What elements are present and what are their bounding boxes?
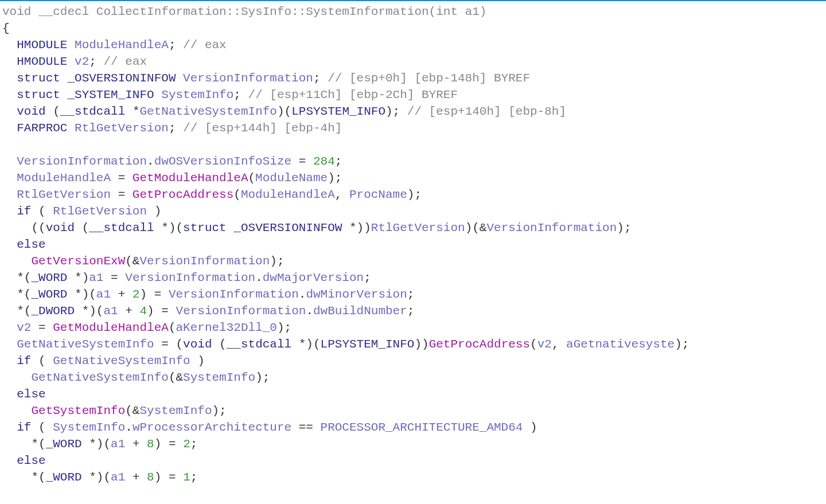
sig-arg-type: int <box>436 5 458 18</box>
t-hmodule2: HMODULE <box>17 55 67 68</box>
vi1: VersionInformation <box>17 155 147 168</box>
kw-void2: void <box>46 221 75 235</box>
kw-stdcall2: __stdcall <box>89 221 154 235</box>
m-dwosvis: dwOSVersionInfoSize <box>154 155 291 168</box>
a1-3: a1 <box>103 304 118 318</box>
rgv-assign: RtlGetVersion <box>17 188 111 201</box>
sig-cc: __cdecl <box>38 5 89 18</box>
t-word1: _WORD <box>31 271 67 284</box>
kw-if1: if <box>17 205 31 218</box>
decompiled-code-view[interactable]: void __cdecl CollectInformation::SysInfo… <box>0 1 826 486</box>
ref-vi2: VersionInformation <box>139 255 270 268</box>
a1-5: a1 <box>111 471 125 484</box>
kw-stdcall3: __stdcall <box>227 338 291 351</box>
cmt-mh: // eax <box>183 38 227 52</box>
kw-else1: else <box>17 238 45 251</box>
sig-fn: SystemInformation <box>306 5 428 18</box>
cond-gnsi: GetNativeSystemInfo <box>53 354 190 368</box>
vi-bld: VersionInformation <box>176 304 306 318</box>
np2: 2 <box>133 288 140 301</box>
kw-if3: if <box>17 421 31 434</box>
fn-gvew: GetVersionExW <box>31 255 125 268</box>
ref-si: SystemInfo <box>183 371 255 384</box>
a1-4: a1 <box>111 437 125 451</box>
t-hmodule: HMODULE <box>17 38 67 52</box>
cond-rgv: RtlGetVersion <box>53 205 147 218</box>
np8a: 8 <box>147 437 154 451</box>
cmt-rgv: // [esp+144h] [ebp-4h] <box>183 122 342 135</box>
gnsi-assign: GetNativeSystemInfo <box>17 338 154 351</box>
m-dwmin: dwMinorVersion <box>306 288 407 301</box>
t-osv: _OSVERSIONINFOW <box>67 72 176 85</box>
a-procname: ProcName <box>349 188 407 201</box>
nlit2: 2 <box>183 437 190 451</box>
fn-gmha: GetModuleHandleA <box>133 171 248 185</box>
fn-gpa: GetProcAddress <box>133 188 233 201</box>
m-wpa: wProcessorArchitecture <box>133 421 291 434</box>
call-gnsi: GetNativeSystemInfo <box>31 371 168 384</box>
v-modulehandlea: ModuleHandleA <box>75 38 169 52</box>
m-dwbld: dwBuildNumber <box>313 304 407 318</box>
call-rgv: RtlGetVersion <box>371 221 465 235</box>
cmt-si: // [esp+11Ch] [ebp-2Ch] BYREF <box>248 88 458 101</box>
t-lpsi: LPSYSTEM_INFO <box>291 105 385 118</box>
a1-2: a1 <box>96 288 111 301</box>
fn-gmha2: GetModuleHandleA <box>53 321 169 334</box>
v-versioninfo: VersionInformation <box>183 72 313 85</box>
kw-stdcall: __stdcall <box>60 105 125 118</box>
a-agns: aGetnativesyste <box>566 338 675 351</box>
a-modname: ModuleName <box>255 171 328 185</box>
np4: 4 <box>140 304 147 318</box>
a-v2: v2 <box>537 338 552 351</box>
t-lpsi2: LPSYSTEM_INFO <box>321 338 415 351</box>
t-dword: _DWORD <box>31 304 75 318</box>
t-word2: _WORD <box>31 288 67 301</box>
v-systeminfo: SystemInfo <box>161 88 233 101</box>
kw-void3: void <box>183 338 212 351</box>
fn-gsi: GetSystemInfo <box>31 404 125 417</box>
a-ak: aKernel32Dll_0 <box>176 321 277 334</box>
t-osv2: _OSVERSIONINFOW <box>233 221 342 235</box>
kw-void: void <box>17 105 45 118</box>
kw-struct3: struct <box>183 221 227 235</box>
fn-gpa2: GetProcAddress <box>429 338 530 351</box>
cmt-v2: // eax <box>103 55 147 68</box>
sig-ns1: CollectInformation <box>96 5 227 18</box>
kw-else2: else <box>17 388 45 401</box>
t-si: _SYSTEM_INFO <box>67 88 154 101</box>
ref-si2: SystemInfo <box>139 404 212 417</box>
a1-1: a1 <box>89 271 103 284</box>
a-mh: ModuleHandleA <box>241 188 335 201</box>
n284: 284 <box>313 155 335 168</box>
v-gnsi: GetNativeSystemInfo <box>140 105 277 118</box>
t-word4: _WORD <box>46 471 82 484</box>
v-v2: v2 <box>75 55 89 68</box>
v2-assign: v2 <box>17 321 31 334</box>
mh-assign: ModuleHandleA <box>17 171 111 185</box>
ref-vi: VersionInformation <box>486 221 617 235</box>
vi-maj: VersionInformation <box>125 271 255 284</box>
paa: PROCESSOR_ARCHITECTURE_AMD64 <box>321 421 523 434</box>
m-dwmaj: dwMajorVersion <box>263 271 364 284</box>
kw-struct1: struct <box>17 72 60 85</box>
si-ref: SystemInfo <box>53 421 125 434</box>
v-rgv: RtlGetVersion <box>75 122 169 135</box>
kw-if2: if <box>17 354 31 368</box>
cmt-osv: // [esp+0h] [ebp-148h] BYREF <box>328 72 530 85</box>
nlit1: 1 <box>183 471 190 484</box>
cmt-gnsi: // [esp+140h] [ebp-8h] <box>407 105 566 118</box>
np8b: 8 <box>147 471 154 484</box>
sig-return: void <box>2 5 31 18</box>
t-farproc: FARPROC <box>17 122 67 135</box>
sig-arg-name: a1 <box>465 5 480 18</box>
kw-else3: else <box>17 454 45 467</box>
sig-ns2: SysInfo <box>241 5 291 18</box>
vi-min: VersionInformation <box>169 288 299 301</box>
kw-struct2: struct <box>17 88 60 101</box>
t-word3: _WORD <box>46 437 82 451</box>
